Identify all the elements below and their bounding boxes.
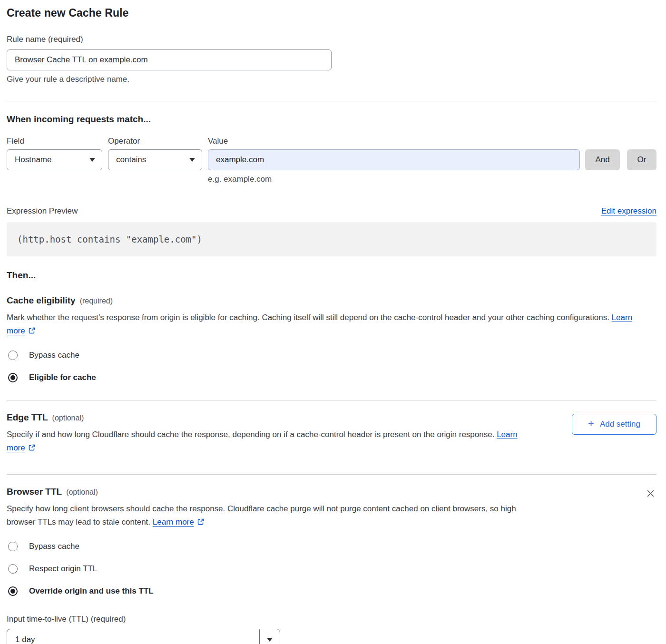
browser-ttl-qualifier: (optional) (66, 488, 98, 497)
operator-select[interactable]: contains (108, 149, 202, 170)
edge-ttl-section: Edge TTL (optional) Specify if and how l… (7, 412, 656, 455)
cache-eligibility-title-row: Cache eligibility (required) (7, 295, 656, 306)
rule-name-helper: Give your rule a descriptive name. (7, 75, 656, 84)
field-select-value: Hostname (15, 155, 51, 165)
rule-name-input[interactable] (7, 49, 332, 70)
radio-label: Bypass cache (29, 542, 79, 551)
operator-select-value: contains (116, 155, 146, 165)
value-helper: e.g. example.com (208, 175, 656, 184)
external-link-icon (28, 444, 36, 451)
and-button[interactable]: And (585, 149, 620, 170)
chevron-down-icon (189, 158, 195, 162)
browser-ttl-section: Browser TTL (optional) Specify how long … (7, 487, 656, 529)
edge-ttl-description-text: Specify if and how long Cloudflare shoul… (7, 430, 494, 439)
radio-icon (8, 351, 18, 360)
expression-preview-label: Expression Preview (7, 206, 78, 216)
radio-label: Respect origin TTL (29, 564, 97, 574)
radio-label: Eligible for cache (29, 373, 96, 382)
edge-ttl-qualifier: (optional) (52, 414, 84, 422)
radio-icon (8, 542, 18, 551)
cache-eligibility-qualifier: (required) (80, 297, 113, 305)
edge-ttl-title-row: Edge TTL (optional) (7, 412, 532, 423)
cache-eligibility-description: Mark whether the request’s response from… (7, 311, 642, 338)
operator-label: Operator (108, 137, 208, 146)
chevron-down-icon (89, 158, 95, 162)
external-link-icon (28, 327, 36, 334)
radio-eligible-for-cache[interactable]: Eligible for cache (7, 373, 656, 382)
radio-icon (8, 564, 18, 574)
expression-preview-row: Expression Preview Edit expression (7, 206, 656, 216)
edge-ttl-title: Edge TTL (7, 412, 48, 423)
page-title: Create new Cache Rule (7, 7, 656, 20)
expression-code-block: (http.host contains "example.com") (7, 222, 656, 256)
radio-label: Bypass cache (29, 351, 79, 360)
cache-eligibility-section: Cache eligibility (required) Mark whethe… (7, 295, 656, 382)
radio-override-origin-ttl[interactable]: Override origin and use this TTL (7, 586, 656, 596)
create-cache-rule-form: Create new Cache Rule Rule name (require… (0, 0, 666, 644)
radio-respect-origin-ttl[interactable]: Respect origin TTL (7, 564, 656, 574)
radio-browser-bypass-cache[interactable]: Bypass cache (7, 542, 656, 551)
chevron-down-icon (267, 638, 273, 642)
cache-eligibility-title: Cache eligibility (7, 295, 76, 306)
section-divider (7, 474, 656, 475)
browser-ttl-content: Browser TTL (optional) Specify how long … (7, 487, 532, 529)
external-link-icon (197, 518, 205, 526)
rule-name-label: Rule name (required) (7, 35, 656, 44)
field-select[interactable]: Hostname (7, 149, 102, 170)
radio-icon (8, 373, 18, 382)
section-divider (7, 400, 656, 400)
add-setting-label: Add setting (600, 420, 640, 429)
close-icon (646, 488, 656, 498)
edge-ttl-description: Specify if and how long Cloudflare shoul… (7, 428, 532, 455)
browser-ttl-title: Browser TTL (7, 487, 62, 497)
browser-ttl-title-row: Browser TTL (optional) (7, 487, 532, 497)
radio-label: Override origin and use this TTL (29, 586, 154, 596)
cache-eligibility-description-text: Mark whether the request’s response from… (7, 313, 609, 322)
radio-bypass-cache[interactable]: Bypass cache (7, 351, 656, 360)
section-divider (7, 101, 656, 101)
ttl-select-arrow-segment[interactable] (259, 629, 280, 644)
ttl-select-value: 1 day (7, 629, 259, 644)
browser-ttl-description: Specify how long client browsers should … (7, 502, 532, 529)
add-setting-button[interactable]: + Add setting (572, 414, 656, 435)
match-heading: When incoming requests match... (7, 114, 656, 125)
ttl-input-label: Input time-to-live (TTL) (required) (7, 615, 656, 624)
browser-ttl-description-text: Specify how long client browsers should … (7, 504, 516, 527)
match-controls-row: Hostname contains And Or (7, 149, 656, 170)
or-button[interactable]: Or (627, 149, 656, 170)
plus-icon: + (588, 419, 594, 429)
edit-expression-link[interactable]: Edit expression (601, 206, 656, 216)
then-heading: Then... (7, 270, 656, 281)
remove-browser-ttl-button[interactable] (645, 488, 656, 501)
edge-ttl-content: Edge TTL (optional) Specify if and how l… (7, 412, 532, 455)
browser-ttl-learn-more-link[interactable]: Learn more (153, 517, 194, 527)
ttl-select[interactable]: 1 day (7, 629, 280, 644)
field-label: Field (7, 137, 108, 146)
match-column-labels: Field Operator Value (7, 137, 656, 146)
value-label: Value (208, 137, 228, 146)
radio-icon (8, 586, 18, 596)
value-input[interactable] (208, 149, 580, 170)
